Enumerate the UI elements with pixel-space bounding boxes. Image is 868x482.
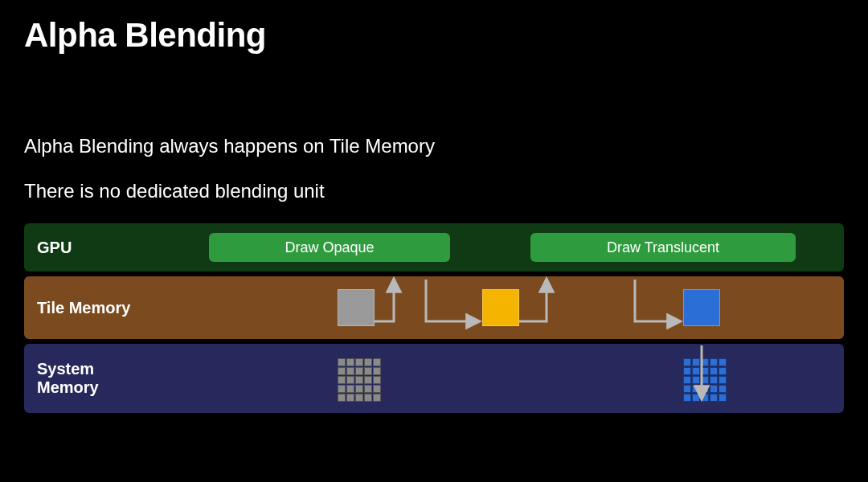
draw-translucent-pill: Draw Translucent [530, 233, 796, 262]
body-line-1: Alpha Blending always happens on Tile Me… [24, 135, 844, 157]
draw-opaque-pill: Draw Opaque [209, 233, 450, 262]
slide: Alpha Blending Alpha Blending always hap… [0, 0, 868, 482]
body-line-2: There is no dedicated blending unit [24, 180, 844, 202]
blue-grid-icon [683, 358, 727, 402]
system-memory-row: System Memory [24, 344, 844, 413]
gpu-label: GPU [37, 239, 182, 257]
tile-memory-row: Tile Memory [24, 276, 844, 339]
gpu-row: GPU Draw Opaque Draw Translucent [24, 223, 844, 272]
yellow-tile-icon [482, 289, 519, 326]
gray-tile-icon [338, 289, 375, 326]
slide-title: Alpha Blending [24, 16, 844, 55]
gray-grid-icon [338, 358, 381, 402]
tile-memory-label: Tile Memory [37, 299, 182, 317]
system-memory-label: System Memory [37, 360, 182, 397]
blue-tile-icon [683, 289, 720, 326]
diagram-rows: GPU Draw Opaque Draw Translucent Tile Me… [24, 223, 844, 413]
